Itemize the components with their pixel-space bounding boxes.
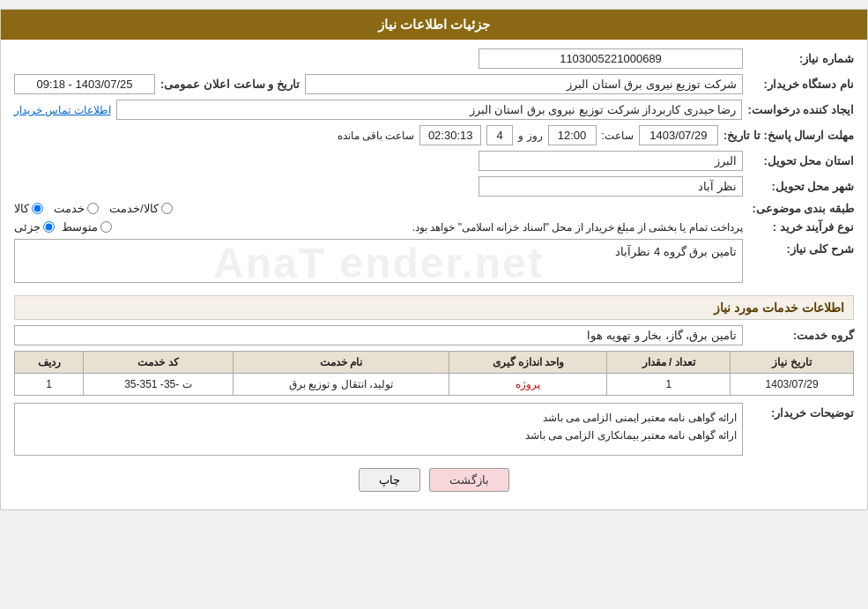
mohlat-label: مهلت ارسال پاسخ: تا تاریخ: bbox=[723, 129, 854, 142]
goroh-khadamat-label: گروه خدمت: bbox=[748, 329, 854, 342]
tabaqe-kala-khadamat-radio[interactable] bbox=[161, 203, 173, 214]
tabaqe-khadamat-item: خدمت bbox=[54, 202, 99, 215]
tabaqe-kala-item: کالا bbox=[14, 202, 43, 215]
mohlat-mande-label: ساعت باقی مانده bbox=[338, 130, 415, 142]
ostan-row: استان محل تحویل: البرز bbox=[14, 151, 854, 171]
tarikh-label: تاریخ و ساعت اعلان عمومی: bbox=[160, 78, 300, 91]
bazgasht-button[interactable]: بازگشت bbox=[429, 468, 509, 492]
tabaqe-kala-radio[interactable] bbox=[32, 203, 43, 214]
cell-name: تولید، انتقال و توزیع برق bbox=[233, 374, 449, 396]
motavaset-radio[interactable] bbox=[100, 221, 112, 233]
col-name: نام خدمت bbox=[233, 352, 449, 374]
tosihaat-line1: ارائه گواهی نامه معتبر ایمنی الزامی می ب… bbox=[20, 409, 737, 427]
jozei-radio[interactable] bbox=[43, 221, 55, 233]
shomara-row: شماره نیاز: 1103005221000689 bbox=[14, 48, 854, 69]
col-code: کد خدمت bbox=[84, 352, 234, 374]
tabaqe-khadamat-label: خدمت bbox=[54, 202, 85, 215]
cell-tarikh: 1403/07/29 bbox=[731, 374, 854, 396]
jozei-item: جزئی bbox=[14, 220, 55, 234]
nam-dasgah-label: نام دستگاه خریدار: bbox=[748, 78, 854, 91]
tosihaat-row: توضیحات خریدار: ارائه گواهی نامه معتبر ا… bbox=[14, 403, 854, 456]
ijad-value: رضا حیدری کاربرداز شرکت توزیع نیروی برق … bbox=[116, 100, 743, 120]
shahr-row: شهر محل تحویل: نظر آباد bbox=[14, 176, 854, 197]
goroh-khadamat-value: تامین برق، گاز، بخار و تهویه هوا bbox=[14, 325, 743, 345]
table-header-row: تاریخ نیاز تعداد / مقدار واحد اندازه گیر… bbox=[15, 352, 854, 374]
tarikh-value: 1403/07/25 - 09:18 bbox=[14, 74, 155, 94]
cell-vahed[interactable]: پروژه bbox=[449, 374, 607, 396]
shomara-value: 1103005221000689 bbox=[479, 48, 743, 69]
mohlat-date: 1403/07/29 bbox=[639, 125, 718, 145]
chap-button[interactable]: چاپ bbox=[359, 468, 420, 492]
sharh-label: شرح کلی نیاز: bbox=[748, 239, 854, 256]
mohlat-mande: 02:30:13 bbox=[419, 125, 481, 145]
ettelaat-tamas-link[interactable]: اطلاعات تماس خریدار bbox=[14, 104, 111, 116]
mohlat-rooz: 4 bbox=[486, 125, 513, 145]
ostan-value: البرز bbox=[479, 151, 743, 171]
tabaqe-kala-label: کالا bbox=[14, 202, 29, 215]
cell-code: ت -35- 351-35 bbox=[84, 374, 234, 396]
shahr-label: شهر محل تحویل: bbox=[748, 180, 854, 193]
khadamat-section-header: اطلاعات خدمات مورد نیاز bbox=[14, 295, 854, 320]
shahr-value: نظر آباد bbox=[479, 176, 743, 197]
buttons-row: بازگشت چاپ bbox=[14, 468, 854, 492]
cell-tedad: 1 bbox=[607, 374, 731, 396]
tabaqe-kala-khadamat-item: کالا/خدمت bbox=[109, 202, 173, 215]
sharh-row: شرح کلی نیاز: تامین برق گروه 4 نظرآباد A… bbox=[14, 239, 854, 286]
mohlat-rooz-label: روز و bbox=[518, 130, 542, 142]
ijad-label: ایجاد کننده درخواست: bbox=[747, 103, 854, 116]
nam-dasgah-value: شرکت توزیع نیروی برق استان البرز bbox=[305, 74, 743, 94]
ijad-row: ایجاد کننده درخواست: رضا حیدری کاربرداز … bbox=[14, 100, 854, 120]
tosihaat-label: توضیحات خریدار: bbox=[748, 403, 854, 420]
mohlat-saat-label: ساعت: bbox=[602, 130, 634, 142]
tabaqe-radio-group: کالا/خدمت خدمت کالا bbox=[14, 202, 743, 215]
page-header: جزئیات اطلاعات نیاز bbox=[1, 10, 867, 40]
tabaqe-row: طبقه بندی موضوعی: کالا/خدمت خدمت کالا bbox=[14, 202, 854, 215]
nove-farayand-label: نوع فرآیند خرید : bbox=[748, 220, 854, 234]
tabaqe-kala-khadamat-label: کالا/خدمت bbox=[109, 202, 159, 215]
mohlat-row: مهلت ارسال پاسخ: تا تاریخ: 1403/07/29 سا… bbox=[14, 125, 854, 145]
col-tarikh: تاریخ نیاز bbox=[731, 352, 854, 374]
motavaset-item: متوسط bbox=[62, 220, 112, 234]
page-title: جزئیات اطلاعات نیاز bbox=[378, 17, 490, 32]
tarikh-dasgah-row: نام دستگاه خریدار: شرکت توزیع نیروی برق … bbox=[14, 74, 854, 94]
main-content: شماره نیاز: 1103005221000689 نام دستگاه … bbox=[1, 40, 867, 509]
goroh-khadamat-row: گروه خدمت: تامین برق، گاز، بخار و تهویه … bbox=[14, 325, 854, 345]
jozei-label: جزئی bbox=[14, 220, 41, 234]
page-wrapper: جزئیات اطلاعات نیاز شماره نیاز: 11030052… bbox=[0, 9, 868, 510]
sharh-value: تامین برق گروه 4 نظرآباد bbox=[14, 239, 743, 283]
tosihaat-line2: ارائه گواهی نامه معتبر بیمانکاری الزامی … bbox=[20, 427, 737, 444]
nove-farayand-row: نوع فرآیند خرید : پرداخت تمام یا بخشی از… bbox=[14, 220, 854, 234]
nove-farayand-text: پرداخت تمام یا بخشی از مبلغ خریدار از مح… bbox=[119, 221, 743, 234]
tosihaat-container: ارائه گواهی نامه معتبر ایمنی الزامی می ب… bbox=[14, 403, 743, 456]
tosihaat-box: ارائه گواهی نامه معتبر ایمنی الزامی می ب… bbox=[14, 403, 743, 456]
ostan-label: استان محل تحویل: bbox=[748, 154, 854, 167]
tabaqe-label: طبقه بندی موضوعی: bbox=[748, 202, 854, 215]
mohlat-saat: 12:00 bbox=[548, 125, 597, 145]
col-vahed: واحد اندازه گیری bbox=[449, 352, 607, 374]
tabaqe-khadamat-radio[interactable] bbox=[87, 203, 99, 214]
motavaset-label: متوسط bbox=[62, 220, 98, 234]
shomara-label: شماره نیاز: bbox=[748, 52, 854, 65]
col-tedad: تعداد / مقدار bbox=[607, 352, 731, 374]
services-table: تاریخ نیاز تعداد / مقدار واحد اندازه گیر… bbox=[14, 351, 854, 396]
col-radif: ردیف bbox=[15, 352, 84, 374]
table-row: 1403/07/29 1 پروژه تولید، انتقال و توزیع… bbox=[15, 374, 854, 396]
cell-radif: 1 bbox=[15, 374, 84, 396]
